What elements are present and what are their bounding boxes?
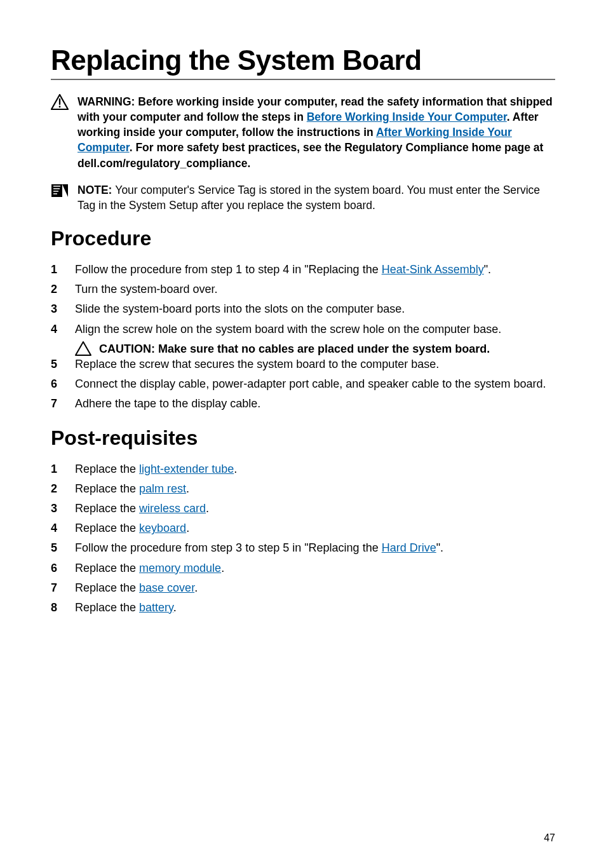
step-text: Slide the system-board ports into the sl…: [75, 301, 555, 317]
note-icon: [51, 182, 69, 199]
list-item: Replace the wireless card.: [51, 501, 555, 517]
warning-prefix: WARNING:: [77, 95, 138, 108]
page-number: 47: [544, 832, 555, 844]
caution-body: Make sure that no cables are placed unde…: [158, 342, 490, 355]
procedure-step: Slide the system-board ports into the sl…: [51, 301, 555, 317]
item-text: .: [173, 601, 177, 614]
post-requisites-list: Replace the light-extender tube. Replace…: [51, 461, 555, 616]
caution-icon: [75, 341, 91, 356]
item-text: ".: [436, 541, 443, 554]
step-text: Turn the system-board over.: [75, 281, 555, 297]
item-text: .: [234, 463, 237, 475]
warning-body-3: . For more safety best practices, see th…: [77, 141, 543, 169]
warning-icon: [51, 94, 69, 111]
item-text: Replace the: [75, 482, 139, 495]
battery-link[interactable]: battery: [139, 601, 173, 614]
list-item: Replace the memory module.: [51, 560, 555, 576]
item-text: Replace the: [75, 581, 139, 594]
caution-text: CAUTION: Make sure that no cables are pl…: [99, 341, 490, 356]
step-text: Replace the screw that secures the syste…: [75, 356, 555, 372]
procedure-step: Align the screw hole on the system board…: [51, 322, 555, 337]
note-prefix: NOTE:: [77, 184, 115, 196]
step-text: Follow the procedure from step 1 to step…: [75, 263, 382, 276]
document-page: Replacing the System Board WARNING: Befo…: [0, 0, 606, 868]
list-item: Replace the battery.: [51, 600, 555, 616]
step-text: ".: [484, 263, 491, 276]
warning-text: WARNING: Before working inside your comp…: [77, 94, 555, 171]
note-body: Your computer's Service Tag is stored in…: [77, 184, 540, 212]
item-text: Replace the: [75, 522, 139, 534]
caution-block: CAUTION: Make sure that no cables are pl…: [75, 341, 555, 356]
item-text: Replace the: [75, 502, 139, 515]
list-item: Replace the keyboard.: [51, 520, 555, 536]
item-text: .: [186, 482, 189, 495]
procedure-step: Connect the display cable, power-adapter…: [51, 376, 555, 392]
procedure-step: Adhere the tape to the display cable.: [51, 396, 555, 412]
note-block: NOTE: Your computer's Service Tag is sto…: [51, 182, 555, 213]
item-text: .: [206, 502, 209, 515]
title-underline: [51, 79, 555, 80]
note-text: NOTE: Your computer's Service Tag is sto…: [77, 182, 555, 213]
item-text: .: [186, 522, 189, 534]
procedure-step: Replace the screw that secures the syste…: [51, 356, 555, 372]
procedure-step: Follow the procedure from step 1 to step…: [51, 262, 555, 278]
palm-rest-link[interactable]: palm rest: [139, 482, 186, 495]
procedure-list-cont: Replace the screw that secures the syste…: [51, 356, 555, 412]
warning-link-before[interactable]: Before Working Inside Your Computer: [307, 111, 507, 123]
item-text: Replace the: [75, 562, 139, 574]
post-requisites-heading: Post-requisites: [51, 426, 555, 450]
svg-point-1: [59, 106, 61, 108]
procedure-step: Turn the system-board over.: [51, 281, 555, 297]
step-text: Align the screw hole on the system board…: [75, 322, 555, 337]
step-text: Adhere the tape to the display cable.: [75, 396, 555, 412]
item-text: Follow the procedure from step 3 to step…: [75, 541, 382, 554]
memory-module-link[interactable]: memory module: [139, 562, 221, 574]
page-title: Replacing the System Board: [51, 44, 555, 76]
list-item: Replace the palm rest.: [51, 481, 555, 497]
wireless-card-link[interactable]: wireless card: [139, 502, 206, 515]
list-item: Replace the light-extender tube.: [51, 461, 555, 477]
procedure-heading: Procedure: [51, 227, 555, 250]
heat-sink-link[interactable]: Heat-Sink Assembly: [382, 263, 484, 276]
procedure-list: Follow the procedure from step 1 to step…: [51, 262, 555, 337]
item-text: Replace the: [75, 601, 139, 614]
item-text: .: [221, 562, 224, 574]
caution-prefix: CAUTION:: [99, 342, 158, 355]
light-extender-link[interactable]: light-extender tube: [139, 463, 234, 475]
item-text: .: [194, 581, 198, 594]
warning-block: WARNING: Before working inside your comp…: [51, 94, 555, 171]
keyboard-link[interactable]: keyboard: [139, 522, 186, 534]
base-cover-link[interactable]: base cover: [139, 581, 194, 594]
step-text: Connect the display cable, power-adapter…: [75, 376, 555, 392]
list-item: Follow the procedure from step 3 to step…: [51, 540, 555, 556]
item-text: Replace the: [75, 463, 139, 475]
list-item: Replace the base cover.: [51, 580, 555, 596]
hard-drive-link[interactable]: Hard Drive: [382, 541, 436, 554]
